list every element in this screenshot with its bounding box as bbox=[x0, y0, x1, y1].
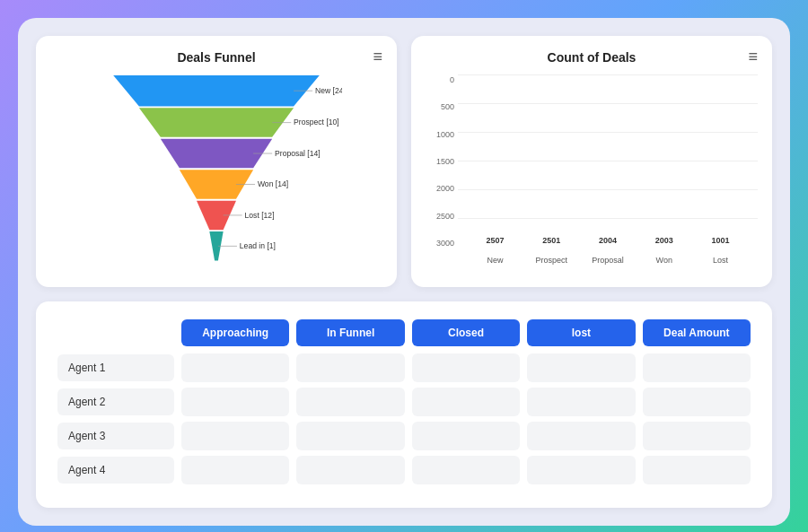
agent-3-lost bbox=[527, 422, 635, 450]
top-row: Deals Funnel ≡ bbox=[36, 36, 772, 287]
bar-group-new: 2507 bbox=[467, 236, 523, 248]
agent-4-cell: Agent 4 bbox=[57, 457, 174, 484]
bar-chart-card: Count of Deals ≡ 3000 2500 2000 1500 100… bbox=[411, 36, 772, 287]
y-label: 1000 bbox=[426, 130, 458, 139]
funnel-svg: New [24] Prospect [10] Proposal [14] Won… bbox=[91, 75, 342, 273]
svg-text:Prospect [10]: Prospect [10] bbox=[294, 118, 339, 126]
closed-button[interactable]: Closed bbox=[412, 319, 520, 346]
agent-2-approaching bbox=[181, 388, 289, 416]
agent-1-approaching bbox=[181, 353, 289, 382]
svg-text:Proposal [14]: Proposal [14] bbox=[275, 149, 321, 158]
table-row: Agent 4 bbox=[57, 456, 751, 484]
agent-4-deal-amount bbox=[643, 456, 751, 484]
in-funnel-button[interactable]: In Funnel bbox=[296, 319, 404, 346]
lost-button[interactable]: lost bbox=[527, 319, 635, 346]
funnel-menu-icon[interactable]: ≡ bbox=[373, 48, 382, 65]
bar-value: 2004 bbox=[599, 236, 617, 245]
agent-4-lost bbox=[527, 456, 635, 484]
funnel-chart: New [24] Prospect [10] Proposal [14] Won… bbox=[50, 75, 382, 273]
svg-marker-1 bbox=[139, 108, 294, 137]
agent-3-closed bbox=[412, 422, 520, 450]
agent-1-lost bbox=[527, 353, 635, 382]
agent-3-in-funnel bbox=[296, 422, 404, 450]
table-row: Agent 2 bbox=[57, 388, 751, 416]
svg-marker-0 bbox=[113, 75, 320, 106]
table-row: Agent 3 bbox=[57, 422, 751, 450]
agent-2-deal-amount bbox=[643, 388, 751, 416]
bar-value: 2507 bbox=[486, 236, 504, 245]
agent-1-cell: Agent 1 bbox=[57, 354, 174, 381]
funnel-card: Deals Funnel ≡ bbox=[36, 36, 397, 287]
col-in-funnel: In Funnel bbox=[296, 319, 404, 346]
agent-1-closed bbox=[412, 353, 520, 382]
x-label: Won bbox=[636, 256, 692, 265]
agent-2-cell: Agent 2 bbox=[57, 388, 174, 415]
col-deal-amount: Deal Amount bbox=[643, 319, 751, 346]
y-axis: 3000 2500 2000 1500 1000 500 0 bbox=[426, 75, 458, 248]
agent-4-closed bbox=[412, 456, 520, 484]
svg-text:Lost [12]: Lost [12] bbox=[245, 211, 275, 220]
bar-value: 2501 bbox=[542, 236, 560, 245]
agent-2-closed bbox=[412, 388, 520, 416]
x-label: New bbox=[467, 256, 523, 265]
table-row: Agent 1 bbox=[57, 353, 751, 382]
col-approaching: Approaching bbox=[181, 319, 289, 346]
col-closed: Closed bbox=[412, 319, 520, 346]
y-label: 3000 bbox=[426, 239, 458, 248]
agent-3-deal-amount bbox=[643, 422, 751, 450]
y-label: 0 bbox=[426, 75, 458, 84]
x-label: Proposal bbox=[580, 256, 637, 265]
agent-2-in-funnel bbox=[296, 388, 404, 416]
bar-value: 2003 bbox=[655, 236, 673, 245]
y-label: 1500 bbox=[426, 157, 458, 166]
funnel-title: Deals Funnel bbox=[50, 50, 382, 65]
x-label: Lost bbox=[692, 256, 749, 265]
table-header-row: Approaching In Funnel Closed lost Deal A… bbox=[57, 319, 751, 346]
x-label: Prospect bbox=[523, 256, 580, 265]
deal-amount-button[interactable]: Deal Amount bbox=[643, 319, 751, 346]
x-labels: New Prospect Proposal Won Lost bbox=[458, 248, 758, 273]
agent-2-lost bbox=[527, 388, 635, 416]
agent-1-in-funnel bbox=[296, 353, 404, 382]
bar-group-proposal: 2004 bbox=[580, 236, 637, 248]
svg-text:Won [14]: Won [14] bbox=[258, 179, 288, 188]
col-lost: lost bbox=[527, 319, 635, 346]
y-label: 2500 bbox=[426, 212, 458, 221]
bar-group-won: 2003 bbox=[636, 236, 692, 248]
y-label: 2000 bbox=[426, 184, 458, 193]
dashboard: Deals Funnel ≡ bbox=[18, 18, 790, 526]
agent-3-cell: Agent 3 bbox=[57, 423, 174, 449]
bar-chart-menu-icon[interactable]: ≡ bbox=[748, 48, 758, 65]
agent-4-in-funnel bbox=[296, 456, 404, 484]
agent-1-deal-amount bbox=[643, 353, 751, 382]
agent-3-approaching bbox=[181, 422, 289, 450]
bar-chart: 3000 2500 2000 1500 1000 500 0 bbox=[426, 75, 758, 273]
agent-4-approaching bbox=[181, 456, 289, 484]
table-card: Approaching In Funnel Closed lost Deal A… bbox=[36, 301, 772, 508]
bar-group-prospect: 2501 bbox=[523, 236, 580, 248]
bars-area: 2507 2501 2004 2003 bbox=[458, 75, 758, 248]
svg-text:New [24]: New [24] bbox=[315, 86, 342, 95]
approaching-button[interactable]: Approaching bbox=[181, 319, 289, 346]
bar-chart-title: Count of Deals bbox=[426, 50, 758, 65]
bar-group-lost: 1001 bbox=[692, 236, 749, 248]
svg-text:Lead in [1]: Lead in [1] bbox=[240, 241, 276, 250]
y-label: 500 bbox=[426, 102, 458, 111]
bar-value: 1001 bbox=[712, 236, 730, 245]
